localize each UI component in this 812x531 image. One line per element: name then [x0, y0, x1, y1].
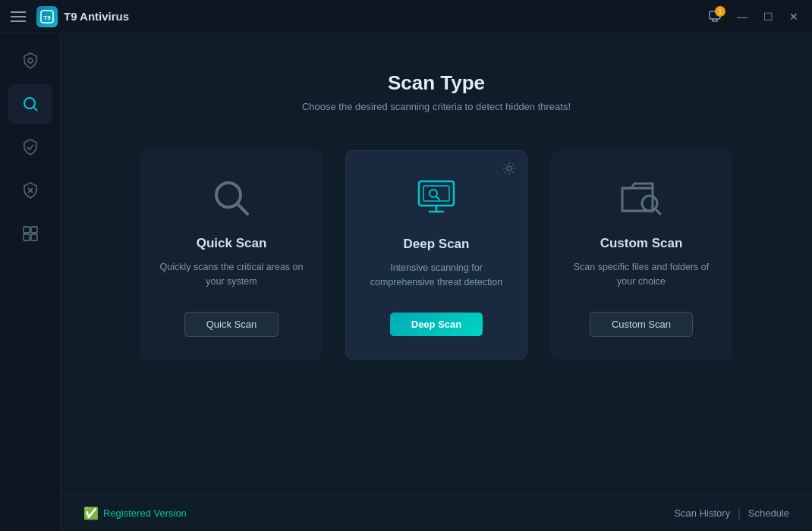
- notification-button[interactable]: 1: [703, 6, 727, 27]
- scan-history-link[interactable]: Scan History: [674, 507, 730, 519]
- svg-rect-9: [31, 227, 37, 233]
- page-subtitle: Choose the desired scanning criteria to …: [302, 101, 571, 112]
- svg-text:T9: T9: [43, 14, 51, 21]
- scan-cards-container: Quick Scan Quickly scans the critical ar…: [140, 150, 732, 360]
- notification-badge: 1: [715, 6, 725, 17]
- footer-separator: |: [738, 507, 741, 520]
- quick-scan-desc: Quickly scans the critical areas on your…: [156, 260, 307, 289]
- deep-scan-icon: [413, 174, 460, 223]
- custom-scan-icon: [618, 173, 665, 222]
- main-layout: Scan Type Choose the desired scanning cr…: [0, 33, 812, 531]
- svg-line-18: [436, 196, 439, 200]
- custom-scan-button[interactable]: Custom Scan: [590, 312, 693, 337]
- sidebar: [0, 33, 61, 531]
- title-bar-left: T9 T9 Antivirus: [8, 6, 129, 27]
- schedule-link[interactable]: Schedule: [748, 507, 789, 519]
- title-bar-controls: 1 — ☐ ✕: [703, 6, 804, 27]
- app-logo: T9 T9 Antivirus: [36, 6, 129, 27]
- svg-line-22: [655, 209, 660, 214]
- gear-icon[interactable]: [502, 162, 516, 178]
- svg-rect-10: [24, 234, 30, 240]
- close-button[interactable]: ✕: [783, 6, 804, 27]
- custom-scan-name: Custom Scan: [600, 236, 683, 251]
- quick-scan-name: Quick Scan: [197, 236, 267, 251]
- registered-badge: ✅ Registered Version: [83, 506, 187, 520]
- sidebar-item-protection[interactable]: [8, 41, 52, 80]
- registered-text: Registered Version: [103, 507, 187, 519]
- sidebar-item-scan[interactable]: [8, 84, 52, 124]
- content-area: Scan Type Choose the desired scanning cr…: [61, 33, 812, 531]
- minimize-button[interactable]: —: [732, 6, 753, 27]
- deep-scan-name: Deep Scan: [404, 237, 470, 252]
- page-title: Scan Type: [388, 71, 485, 95]
- svg-line-13: [237, 203, 247, 214]
- content-main: Scan Type Choose the desired scanning cr…: [61, 33, 812, 495]
- quick-scan-icon: [209, 173, 253, 222]
- svg-point-4: [24, 98, 35, 108]
- maximize-button[interactable]: ☐: [757, 6, 779, 27]
- footer-left: ✅ Registered Version: [83, 506, 187, 520]
- title-bar: T9 T9 Antivirus 1 — ☐ ✕: [0, 0, 812, 33]
- quick-scan-button[interactable]: Quick Scan: [184, 312, 279, 337]
- svg-line-5: [33, 108, 37, 112]
- sidebar-item-apps[interactable]: [8, 214, 52, 253]
- sidebar-item-block[interactable]: [8, 171, 52, 210]
- logo-icon: T9: [36, 6, 58, 27]
- menu-button[interactable]: [8, 8, 29, 25]
- sidebar-item-protection2[interactable]: [8, 127, 52, 167]
- custom-scan-desc: Scan specific files and folders of your …: [565, 260, 717, 289]
- content-footer: ✅ Registered Version Scan History | Sche…: [61, 495, 812, 531]
- svg-rect-8: [24, 227, 30, 233]
- svg-point-3: [28, 58, 33, 63]
- svg-rect-11: [31, 234, 37, 240]
- svg-point-14: [507, 166, 511, 171]
- deep-scan-card: Deep Scan Intensive scanning for compreh…: [345, 150, 527, 360]
- custom-scan-card: Custom Scan Scan specific files and fold…: [550, 150, 732, 360]
- app-title: T9 Antivirus: [64, 10, 129, 23]
- deep-scan-button[interactable]: Deep Scan: [390, 313, 483, 336]
- deep-scan-desc: Intensive scanning for comprehensive thr…: [361, 261, 511, 290]
- footer-right: Scan History | Schedule: [674, 507, 789, 520]
- quick-scan-card: Quick Scan Quickly scans the critical ar…: [140, 150, 323, 360]
- registered-icon: ✅: [83, 506, 99, 520]
